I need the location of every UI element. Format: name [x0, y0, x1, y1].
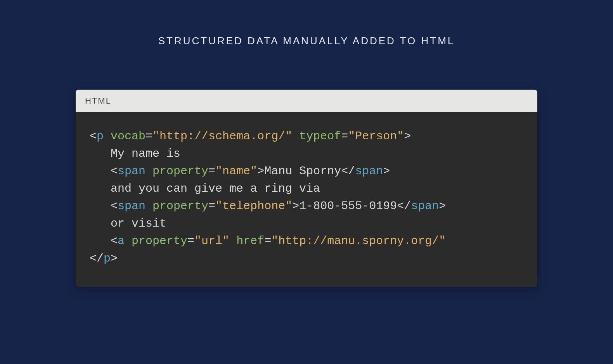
code-token [145, 199, 152, 213]
code-token: property [132, 234, 187, 248]
code-token: span [411, 199, 439, 213]
code-token: p [97, 130, 104, 143]
code-token: </ [90, 252, 104, 265]
code-card-body: <p vocab="http://schema.org/" typeof="Pe… [76, 112, 537, 287]
code-token: > [292, 199, 299, 213]
code-token [292, 130, 299, 143]
code-token: < [90, 130, 97, 143]
code-token: = [187, 234, 194, 248]
code-token: My name is [111, 147, 180, 160]
code-token: > [383, 165, 390, 178]
code-token: Manu Sporny [264, 165, 341, 178]
slide-heading: STRUCTURED DATA MANUALLY ADDED TO HTML [0, 35, 613, 47]
code-token: </ [341, 165, 355, 178]
code-token: = [264, 234, 271, 248]
code-token: </ [397, 199, 411, 213]
code-token [104, 130, 111, 143]
code-token: vocab [111, 130, 145, 143]
code-token: span [355, 165, 383, 178]
code-token [125, 234, 132, 248]
code-token: 1-800-555-0199 [299, 199, 397, 213]
code-token: < [111, 199, 118, 213]
code-token: < [111, 165, 118, 178]
code-token: "url" [194, 234, 229, 248]
code-token: span [118, 199, 145, 213]
code-token: = [208, 165, 215, 178]
code-token: > [257, 165, 264, 178]
code-token [229, 234, 236, 248]
code-token: > [439, 199, 446, 213]
code-token: property [152, 199, 208, 213]
code-token [90, 165, 111, 178]
code-token: property [152, 165, 208, 178]
code-token: < [111, 234, 118, 248]
code-token: "name" [215, 165, 257, 178]
code-token [90, 182, 111, 195]
code-token: = [341, 130, 348, 143]
code-token: or visit [111, 217, 166, 230]
code-card: HTML <p vocab="http://schema.org/" typeo… [76, 90, 537, 287]
code-token: "Person" [348, 130, 404, 143]
code-token: "http://manu.sporny.org/" [271, 234, 446, 248]
code-token: typeof [299, 130, 341, 143]
code-token: a [118, 234, 125, 248]
code-token: href [236, 234, 264, 248]
code-token: > [404, 130, 411, 143]
code-token: span [118, 165, 145, 178]
code-token [90, 147, 111, 160]
code-token: "telephone" [215, 199, 292, 213]
code-token [90, 234, 111, 248]
code-token: "http://schema.org/" [152, 130, 292, 143]
code-token: = [145, 130, 152, 143]
code-card-header: HTML [76, 90, 537, 112]
code-token [90, 199, 111, 213]
code-token: p [104, 252, 111, 265]
code-token: and you can give me a ring via [111, 182, 320, 195]
code-token: > [111, 252, 118, 265]
code-token [90, 217, 111, 230]
code-token [145, 165, 152, 178]
code-token: = [208, 199, 215, 213]
